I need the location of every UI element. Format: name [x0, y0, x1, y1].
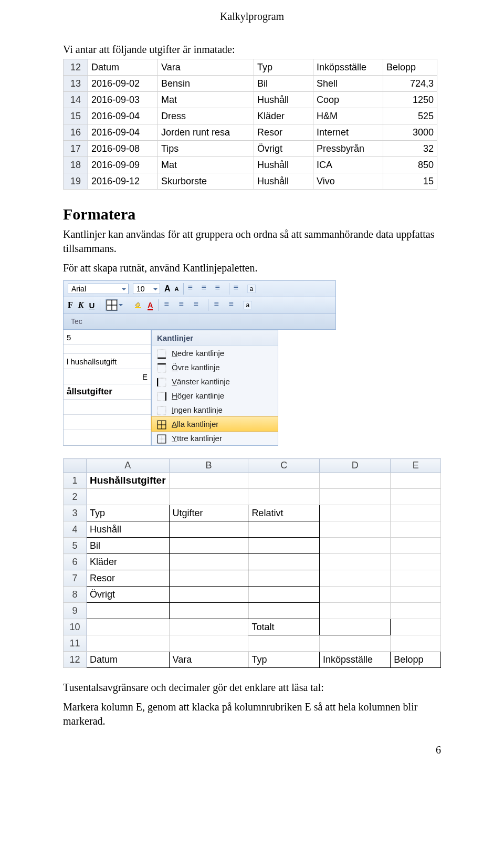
grid-cell[interactable]: Övrigt: [86, 587, 169, 603]
row-number[interactable]: 3: [64, 505, 87, 521]
grid-cell[interactable]: [319, 570, 390, 587]
grid-cell[interactable]: [319, 619, 390, 635]
grid-cell[interactable]: [391, 619, 441, 635]
grid-cell[interactable]: [391, 505, 441, 521]
grid-cell[interactable]: Hushåll: [86, 521, 169, 538]
align-left-icon[interactable]: [164, 301, 173, 309]
row-number[interactable]: 5: [64, 538, 87, 554]
grid-cell[interactable]: [391, 538, 441, 554]
grid-cell[interactable]: [86, 603, 169, 619]
grow-font-icon[interactable]: A: [164, 284, 171, 294]
wrap-text-icon[interactable]: a: [247, 285, 256, 293]
fill-color-icon[interactable]: [134, 300, 142, 310]
grid-cell[interactable]: [319, 554, 390, 570]
grid-cell[interactable]: Typ: [248, 652, 320, 668]
column-header[interactable]: E: [391, 459, 441, 473]
decrease-indent-icon[interactable]: [214, 301, 223, 309]
merge-icon[interactable]: a: [243, 301, 252, 309]
font-color-icon[interactable]: A: [148, 301, 153, 309]
orientation-icon[interactable]: [234, 285, 243, 292]
increase-indent-icon[interactable]: [228, 301, 238, 309]
grid-cell[interactable]: [391, 603, 441, 619]
grid-cell[interactable]: [391, 473, 441, 489]
grid-cell[interactable]: [248, 603, 320, 619]
row-number[interactable]: 6: [64, 554, 87, 570]
grid-cell[interactable]: Utgifter: [169, 505, 248, 521]
grid-cell[interactable]: [391, 489, 441, 505]
row-number[interactable]: 9: [64, 603, 87, 619]
grid-cell[interactable]: [319, 505, 390, 521]
grid-cell[interactable]: [391, 554, 441, 570]
column-header[interactable]: D: [319, 459, 390, 473]
shrink-font-icon[interactable]: A: [175, 286, 179, 292]
row-number[interactable]: 12: [64, 652, 87, 668]
grid-cell[interactable]: [86, 489, 169, 505]
grid-cell[interactable]: [169, 538, 248, 554]
grid-cell[interactable]: Vara: [169, 652, 248, 668]
grid-cell[interactable]: [169, 473, 248, 489]
grid-cell[interactable]: Totalt: [248, 619, 320, 635]
border-option[interactable]: Ingen kantlinje: [152, 403, 278, 417]
grid-cell[interactable]: [169, 489, 248, 505]
align-center-icon[interactable]: [178, 301, 188, 309]
grid-cell[interactable]: [319, 538, 390, 554]
align-top-icon[interactable]: [188, 285, 197, 292]
grid-cell[interactable]: [319, 635, 390, 652]
grid-cell[interactable]: [169, 635, 248, 652]
grid-cell[interactable]: [169, 603, 248, 619]
grid-cell[interactable]: [319, 489, 390, 505]
grid-cell[interactable]: [248, 570, 320, 587]
grid-cell[interactable]: [248, 489, 320, 505]
border-option[interactable]: Höger kantlinje: [152, 389, 278, 403]
grid-cell[interactable]: [248, 521, 320, 538]
grid-cell[interactable]: [248, 473, 320, 489]
row-number[interactable]: 1: [64, 473, 87, 489]
font-size-combo[interactable]: 10: [133, 284, 160, 294]
row-number[interactable]: 2: [64, 489, 87, 505]
grid-cell[interactable]: [248, 554, 320, 570]
grid-cell[interactable]: Belopp: [391, 652, 441, 668]
row-number[interactable]: 10: [64, 619, 87, 635]
grid-cell[interactable]: [391, 587, 441, 603]
border-option[interactable]: Vänster kantlinje: [152, 374, 278, 389]
grid-cell[interactable]: [391, 521, 441, 538]
align-right-icon[interactable]: [193, 301, 203, 309]
grid-cell[interactable]: [319, 473, 390, 489]
grid-cell[interactable]: [248, 587, 320, 603]
column-header[interactable]: A: [86, 459, 169, 473]
border-option[interactable]: Övre kantlinje: [152, 360, 278, 374]
grid-cell[interactable]: Resor: [86, 570, 169, 587]
grid-cell[interactable]: [86, 635, 169, 652]
border-option[interactable]: Alla kantlinjer: [151, 416, 278, 432]
bold-button[interactable]: F: [68, 300, 73, 310]
font-name-combo[interactable]: Arial: [68, 284, 129, 294]
row-number[interactable]: 8: [64, 587, 87, 603]
grid-cell[interactable]: Hushållsutgifter: [86, 473, 169, 489]
grid-cell[interactable]: [248, 538, 320, 554]
grid-cell[interactable]: [169, 521, 248, 538]
column-header[interactable]: C: [248, 459, 320, 473]
row-number[interactable]: 11: [64, 635, 87, 652]
align-middle-icon[interactable]: [202, 285, 211, 292]
grid-cell[interactable]: [319, 521, 390, 538]
grid-cell[interactable]: Inköpsställe: [319, 652, 390, 668]
grid-cell[interactable]: [169, 570, 248, 587]
grid-cell[interactable]: [391, 570, 441, 587]
border-option[interactable]: Yttre kantlinjer: [152, 431, 278, 445]
borders-dropdown[interactable]: [106, 299, 118, 311]
grid-cell[interactable]: Kläder: [86, 554, 169, 570]
border-option[interactable]: Nedre kantlinje: [152, 346, 278, 360]
grid-cell[interactable]: Datum: [86, 652, 169, 668]
grid-cell[interactable]: [391, 635, 441, 652]
column-header[interactable]: B: [169, 459, 248, 473]
grid-cell[interactable]: [248, 635, 320, 652]
grid-cell[interactable]: [169, 554, 248, 570]
grid-cell[interactable]: [319, 587, 390, 603]
select-all-corner[interactable]: [64, 459, 87, 473]
grid-cell[interactable]: [169, 587, 248, 603]
italic-button[interactable]: K: [78, 300, 84, 310]
row-number[interactable]: 7: [64, 570, 87, 587]
row-number[interactable]: 4: [64, 521, 87, 538]
grid-cell[interactable]: Bil: [86, 538, 169, 554]
grid-cell[interactable]: Relativt: [248, 505, 320, 521]
